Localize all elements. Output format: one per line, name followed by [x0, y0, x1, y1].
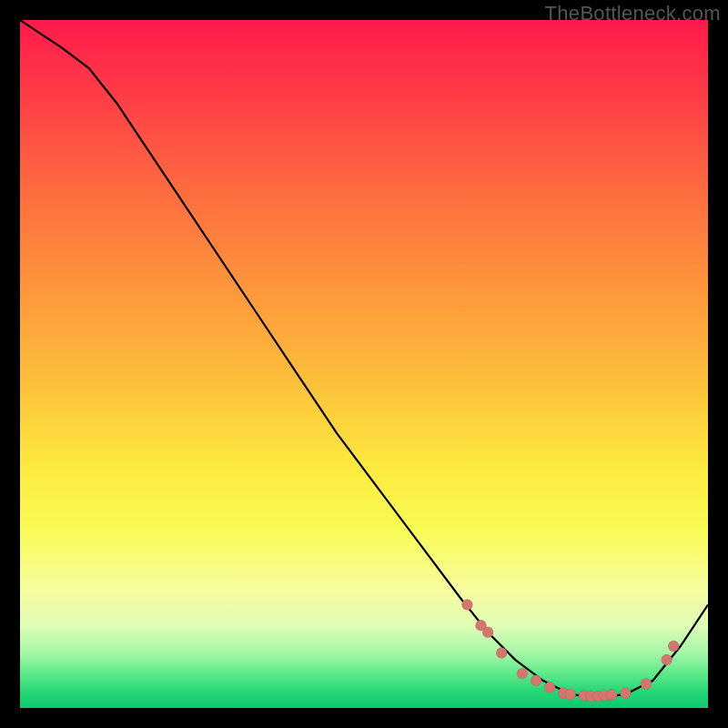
watermark-text: TheBottleneck.com: [545, 2, 721, 25]
data-point: [544, 682, 555, 693]
data-point: [668, 641, 679, 652]
data-point: [662, 654, 672, 665]
data-point: [606, 690, 617, 701]
data-point: [482, 627, 493, 638]
data-point: [565, 689, 576, 700]
plot-area: [20, 20, 708, 708]
curve-line: [20, 20, 708, 698]
data-point: [461, 600, 472, 611]
data-point: [531, 675, 541, 686]
chart-svg: [20, 20, 708, 708]
chart-frame: TheBottleneck.com: [0, 0, 728, 728]
data-point: [641, 679, 652, 690]
data-point: [620, 687, 631, 698]
data-point: [496, 648, 507, 659]
data-points-group: [461, 600, 679, 703]
data-point: [517, 668, 528, 679]
